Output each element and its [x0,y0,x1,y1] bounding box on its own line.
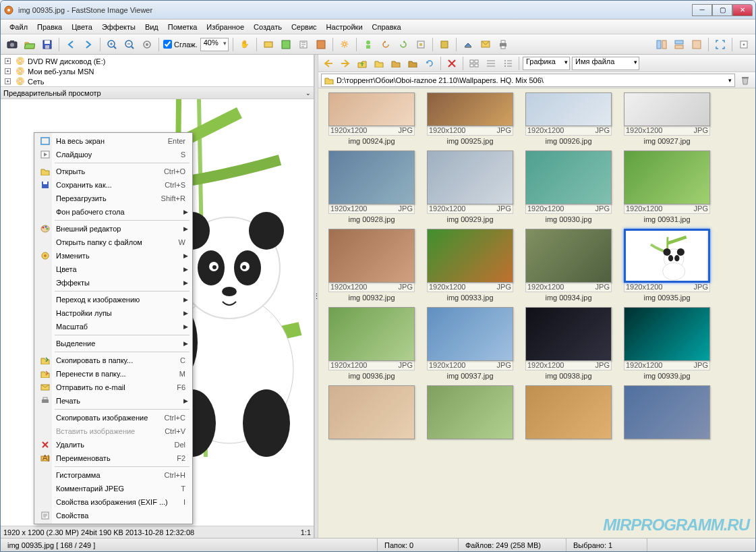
tool6-icon[interactable] [413,37,428,52]
sort-select[interactable]: Имя файла [572,57,639,70]
thumbnail-grid[interactable]: 1920x1200JPGimg 00924.jpg1920x1200JPGimg… [318,88,755,538]
thumbnail[interactable]: 1920x1200JPGimg 00930.jpg [521,150,616,225]
thumbnail[interactable]: 1920x1200JPGimg 00934.jpg [521,229,616,303]
path-input[interactable]: D:\торрент\Обои\Oboi-raznoe 21.10\Wallpa… [321,74,735,87]
menu-item[interactable]: Фон рабочего стола▶ [36,205,191,219]
menu-справка[interactable]: Справка [368,22,406,32]
tool3-icon[interactable] [296,37,311,52]
viewmode3-icon[interactable] [500,56,515,71]
view3-icon[interactable] [689,37,704,52]
titlebar[interactable]: img 00935.jpg - FastStone Image Viewer ─… [1,1,755,20]
menu-файл[interactable]: Файл [5,22,32,32]
back-icon[interactable] [321,56,336,71]
minimize-button[interactable]: ─ [692,4,712,16]
menu-item[interactable]: Масштаб▶ [36,320,191,333]
view-select[interactable]: Графика [523,57,570,70]
viewmode2-icon[interactable] [484,56,498,71]
tool5-icon[interactable] [361,37,376,52]
pan-icon[interactable]: ✋ [237,37,252,52]
view2-icon[interactable] [672,37,687,52]
tree-node[interactable]: +📀Мои веб-узлы MSN [3,66,311,76]
menu-сервис[interactable]: Сервис [287,22,322,32]
thumbnail[interactable]: 1920x1200JPGimg 00929.jpg [423,150,517,225]
menu-создать[interactable]: Создать [249,22,287,32]
smooth-checkbox[interactable]: Сглаж. [163,40,198,49]
thumbnail[interactable]: 1920x1200JPGimg 00939.jpg [620,307,714,381]
refresh-icon[interactable] [422,56,437,71]
delete-icon[interactable] [444,56,459,71]
thumbnail[interactable]: 1920x1200JPGimg 00932.jpg [324,229,419,303]
menu-item[interactable]: Открыть папку с файломW [36,236,191,249]
email-icon[interactable] [478,37,493,52]
menu-правка[interactable]: Правка [32,22,67,32]
fav3-icon[interactable] [405,56,420,71]
menu-item[interactable]: Переход к изображению▶ [36,293,191,306]
viewmode1-icon[interactable] [467,56,482,71]
menu-item[interactable]: На весь экранEnter [36,134,191,148]
thumbnail[interactable] [324,385,419,439]
thumbnail[interactable]: 1920x1200JPGimg 00937.jpg [423,307,517,381]
menu-item[interactable]: Настройки лупы▶ [36,306,191,320]
view1-icon[interactable] [654,37,669,52]
menu-настройки[interactable]: Настройки [322,22,368,32]
menu-избранное[interactable]: Избранное [202,22,249,32]
menu-item[interactable]: Печать▶ [36,394,191,408]
menu-эффекты[interactable]: Эффекты [97,22,140,32]
thumbnail[interactable]: 1920x1200JPGimg 00926.jpg [521,92,616,146]
tool7-icon[interactable] [437,37,452,52]
tree-node[interactable]: +📀Сеть [3,76,311,86]
menu-item[interactable]: Эффекты▶ [36,276,191,289]
thumbnail[interactable]: 1920x1200JPGimg 00927.jpg [620,92,714,146]
zoom-out-icon[interactable] [122,37,137,52]
menu-item[interactable]: Свойства [36,509,191,522]
menu-item[interactable]: ГистограммаCtrl+H [36,468,191,482]
settings-icon[interactable] [736,37,751,52]
thumbnail[interactable]: 1920x1200JPGimg 00938.jpg [521,307,616,381]
menu-item[interactable]: УдалитьDel [36,438,191,451]
menu-item[interactable]: Выделение▶ [36,337,191,350]
menu-item[interactable]: Свойства изображения (EXIF ...)I [36,495,191,509]
menu-item[interactable]: Изменить▶ [36,249,191,263]
rotate-right-icon[interactable] [396,37,411,52]
thumbnail[interactable]: 1920x1200JPGimg 00931.jpg [620,150,714,225]
menu-item[interactable]: Сохранить как...Ctrl+S [36,178,191,192]
menu-item[interactable]: Цвета▶ [36,263,191,276]
folder-tree[interactable]: +📀DVD RW дисковод (E:)+📀Мои веб-узлы MSN… [1,55,314,87]
fullscreen-icon[interactable] [713,37,728,52]
capture-icon[interactable] [5,37,20,52]
menu-item[interactable]: ПерезагрузитьShift+R [36,192,191,205]
menu-item[interactable]: Отправить по e-mailF6 [36,381,191,394]
scan-icon[interactable] [461,37,475,52]
color-icon[interactable]: 🔅 [337,37,352,52]
tool4-icon[interactable] [314,37,328,52]
maximize-button[interactable]: ▢ [712,4,732,16]
menu-item[interactable]: Комментарий JPEGT [36,482,191,495]
fav1-icon[interactable] [372,56,386,71]
thumbnail[interactable] [423,385,517,439]
thumbnail[interactable] [521,385,616,439]
rotate-left-icon[interactable] [378,37,393,52]
menu-item[interactable]: A|ПереименоватьF2 [36,451,191,465]
menu-пометка[interactable]: Пометка [163,22,202,32]
up-icon[interactable] [355,56,370,71]
next-icon[interactable] [81,37,96,52]
tree-node[interactable]: +📀DVD RW дисковод (E:) [3,56,311,66]
thumbnail[interactable]: 1920x1200JPGimg 00928.jpg [324,150,419,225]
zoom-in-icon[interactable] [105,37,119,52]
menu-item[interactable]: ОткрытьCtrl+O [36,165,191,178]
menu-цвета[interactable]: Цвета [67,22,97,32]
tool2-icon[interactable] [279,37,293,52]
open-icon[interactable] [22,37,37,52]
tool1-icon[interactable] [261,37,276,52]
menu-item[interactable]: Внешний редактор▶ [36,222,191,236]
trash-icon[interactable] [738,73,753,88]
thumbnail[interactable]: 1920x1200JPGimg 00933.jpg [423,229,517,303]
menu-item[interactable]: СлайдшоуS [36,148,191,161]
menu-item[interactable]: Перенести в папку...M [36,367,191,381]
menu-вид[interactable]: Вид [140,22,163,32]
fav2-icon[interactable] [388,56,403,71]
menu-item[interactable]: Скопировать в папку...C [36,354,191,367]
thumbnail[interactable]: 1920x1200JPGimg 00924.jpg [324,92,419,146]
thumbnail[interactable]: 1920x1200JPGimg 00925.jpg [423,92,517,146]
zoom-fit-icon[interactable] [140,37,154,52]
